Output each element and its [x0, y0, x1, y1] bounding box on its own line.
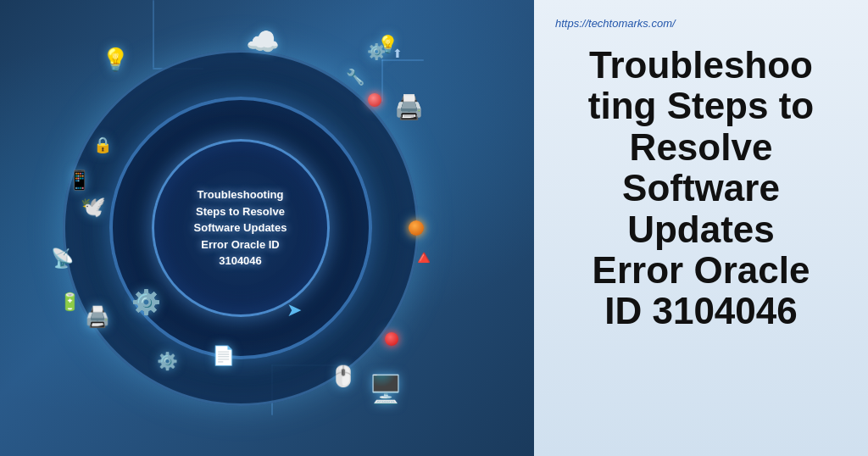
- orb-red-top: [368, 93, 381, 107]
- center-line-4: Error Oracle ID: [201, 238, 280, 251]
- printer-icon: 🖨️: [85, 305, 110, 329]
- title-line-4: Software: [622, 167, 780, 209]
- circuit-line: [153, 0, 154, 68]
- pipe-icon: ⬆: [392, 47, 403, 60]
- center-line-5: 3104046: [219, 254, 262, 267]
- center-text: Troubleshooting Steps to Resolve Softwar…: [181, 174, 300, 282]
- battery-icon: 🔋: [59, 292, 81, 312]
- ring-arrow: ➤: [287, 299, 302, 321]
- orb-red-right: [409, 220, 424, 236]
- left-panel: Troubleshooting Steps to Resolve Softwar…: [0, 0, 534, 456]
- machine-icon: 🖨️: [394, 93, 424, 121]
- title-line-6: Error Oracle: [593, 249, 810, 291]
- gear-icon-bottom: ⚙️: [157, 351, 178, 371]
- center-line-2: Steps to Resolve: [196, 205, 285, 218]
- title-line-5: Updates: [627, 209, 775, 250]
- circuit-line: [381, 59, 383, 102]
- monitor-icon: 🖥️: [369, 373, 403, 405]
- middle-ring: Troubleshooting Steps to Resolve Softwar…: [109, 97, 372, 359]
- lock-icon: 🔒: [93, 136, 112, 154]
- bulb-icon-topleft: 💡: [102, 47, 129, 73]
- center-line-3: Software Updates: [194, 221, 287, 234]
- orb-red-bottom: [385, 332, 398, 346]
- main-title: Troubleshoo ting Steps to Resolve Softwa…: [555, 45, 847, 332]
- gear-icon-left: ⚙️: [131, 288, 161, 316]
- right-panel: https://techtomarks.com/ Troubleshoo tin…: [534, 0, 868, 456]
- title-line-2: ting Steps to: [588, 85, 814, 126]
- center-line-1: Troubleshooting: [198, 188, 284, 201]
- gear-icon-topright: ⚙️: [367, 42, 386, 61]
- wing-icon: 🕊️: [81, 195, 106, 219]
- document-icon: 📄: [212, 345, 235, 367]
- cone-icon: 🔺: [411, 246, 437, 270]
- inner-ring: Troubleshooting Steps to Resolve Softwar…: [152, 139, 330, 317]
- phone-icon: 📱: [68, 170, 91, 192]
- title-line-1: Troubleshoo: [589, 44, 813, 86]
- cursor-icon: 🖱️: [331, 364, 356, 388]
- tool-icon: 🔧: [346, 68, 364, 86]
- title-line-3: Resolve: [630, 126, 773, 168]
- remote-icon: 📡: [51, 247, 74, 270]
- cloud-icon: ☁️: [246, 25, 280, 58]
- website-url: https://techtomarks.com/: [555, 17, 676, 30]
- outer-ring: Troubleshooting Steps to Resolve Softwar…: [63, 50, 419, 406]
- circuit-line: [381, 59, 424, 61]
- title-line-7: ID 3104046: [604, 290, 798, 331]
